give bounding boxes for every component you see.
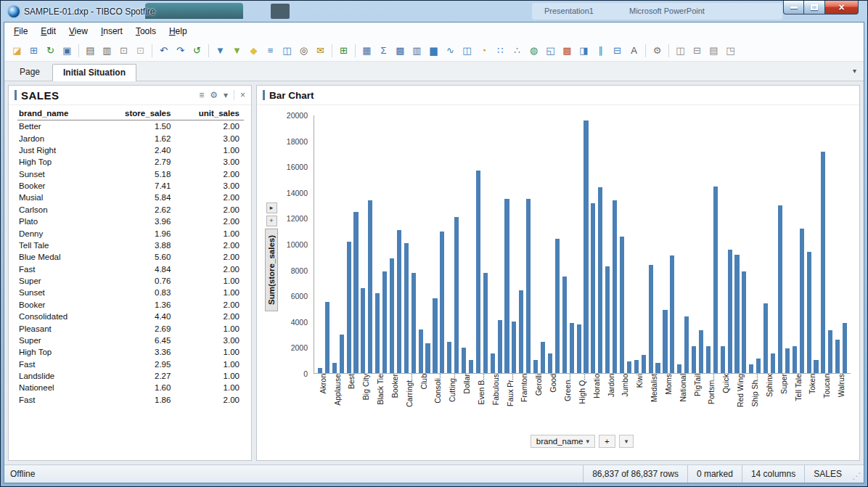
bar[interactable] [368, 200, 372, 373]
table-row[interactable]: High Top2.793.00 [17, 156, 244, 168]
new-scatter-plot-button[interactable]: ∷ [493, 43, 508, 58]
bar[interactable] [785, 348, 790, 373]
resize-grip[interactable]: ⋰ [851, 471, 864, 483]
menu-insert[interactable]: Insert [94, 23, 129, 39]
bar[interactable] [412, 273, 416, 373]
bar[interactable] [800, 229, 804, 373]
bar[interactable] [706, 346, 711, 373]
tab-page[interactable]: Page [9, 63, 51, 81]
table-row[interactable]: Fast4.842.00 [17, 263, 244, 275]
open-button[interactable]: ◪ [9, 43, 25, 58]
maximize-visualization-button[interactable]: ◳ [723, 43, 738, 58]
bar[interactable] [728, 250, 732, 373]
undo-button[interactable]: ↶ [156, 43, 171, 58]
bar[interactable] [512, 322, 516, 373]
bar[interactable] [382, 271, 387, 373]
table-row[interactable]: Landslide2.271.00 [17, 370, 244, 382]
bar[interactable] [454, 217, 459, 373]
menu-help[interactable]: Help [163, 23, 194, 39]
bar[interactable] [749, 364, 753, 373]
bar[interactable] [491, 353, 495, 373]
bar[interactable] [807, 252, 811, 373]
reload-data-button[interactable]: ↻ [43, 43, 58, 58]
bar[interactable] [476, 171, 480, 373]
bar[interactable] [627, 361, 631, 373]
table-row[interactable]: Super0.761.00 [17, 275, 244, 287]
bar[interactable] [699, 330, 703, 373]
lists-panel-button[interactable]: ≡ [263, 43, 278, 58]
bar[interactable] [605, 266, 610, 373]
bar[interactable] [332, 363, 337, 373]
bar[interactable] [340, 335, 344, 373]
new-graphical-table-button[interactable]: ▥ [409, 43, 425, 58]
y-axis-selector[interactable]: Sum(store_sales) [265, 229, 278, 311]
bar[interactable] [793, 346, 797, 373]
new-page-button[interactable]: ⊞ [336, 43, 351, 58]
column-header-store_sales[interactable]: store_sales [99, 107, 175, 120]
bar[interactable] [318, 368, 322, 373]
bar[interactable] [548, 353, 552, 373]
x-axis-add-button[interactable]: + [599, 435, 615, 448]
bar[interactable] [390, 258, 394, 373]
bar[interactable] [821, 152, 825, 373]
x-axis-dropdown-button[interactable]: ▾ [619, 435, 634, 448]
close-button[interactable]: × [824, 1, 859, 15]
bar[interactable] [577, 324, 581, 373]
copy-button[interactable]: ⊡ [116, 43, 131, 58]
new-combination-chart-button[interactable]: ◫ [459, 43, 475, 58]
bar[interactable] [555, 239, 560, 373]
bar[interactable] [562, 277, 567, 373]
bar[interactable] [642, 355, 646, 373]
bar[interactable] [462, 348, 466, 374]
table-row[interactable]: Pleasant2.691.00 [17, 322, 244, 334]
details-on-demand-button[interactable]: ◫ [279, 43, 295, 58]
duplicate-button[interactable]: ⊡ [133, 43, 148, 58]
bar[interactable] [828, 330, 832, 373]
bar[interactable] [541, 342, 545, 373]
save-button[interactable]: ▣ [60, 43, 75, 58]
bar[interactable] [649, 265, 653, 373]
new-summary-table-button[interactable]: Σ [376, 43, 391, 58]
bar[interactable] [504, 199, 509, 373]
table-row[interactable]: Fast1.862.00 [17, 394, 244, 406]
bar[interactable] [375, 293, 380, 373]
bar[interactable] [591, 203, 595, 373]
new-text-area-button[interactable]: A [626, 43, 642, 58]
new-heat-map-button[interactable]: ▩ [560, 43, 575, 58]
new-line-chart-button[interactable]: ∿ [443, 43, 458, 58]
find-button[interactable]: ◎ [296, 43, 311, 58]
bar[interactable] [425, 343, 430, 373]
new-kpi-chart-button[interactable]: ◨ [576, 43, 591, 58]
bar[interactable] [634, 360, 639, 373]
bar[interactable] [655, 363, 660, 373]
page-dropdown-icon[interactable]: ▾ [853, 67, 856, 75]
bar[interactable] [721, 346, 725, 373]
bar[interactable] [771, 353, 775, 373]
column-header-unit_sales[interactable]: unit_sales [175, 107, 244, 120]
new-cross-table-button[interactable]: ▩ [393, 43, 408, 58]
new-3d-scatter-plot-button[interactable]: ∴ [509, 43, 525, 58]
table-row[interactable]: Carlson2.622.00 [17, 204, 244, 216]
menu-edit[interactable]: Edit [34, 23, 62, 39]
close-icon[interactable]: × [240, 91, 245, 99]
bar[interactable] [835, 340, 840, 373]
add-data-table-button[interactable]: ⊞ [26, 43, 41, 58]
tags-panel-button[interactable]: ◆ [246, 43, 261, 58]
bar[interactable] [613, 200, 617, 373]
export-button[interactable]: ▥ [99, 43, 115, 58]
minimize-button[interactable] [783, 1, 804, 15]
menu-file[interactable]: File [7, 23, 34, 39]
column-header-brand_name[interactable]: brand_name [17, 107, 99, 120]
bar[interactable] [742, 271, 746, 373]
document-properties-button[interactable]: ⚙ [650, 43, 665, 58]
table-row[interactable]: High Top3.361.00 [17, 346, 244, 358]
table-row[interactable]: Super6.453.00 [17, 335, 244, 346]
table-row[interactable]: Fast2.951.00 [17, 359, 244, 370]
table-row[interactable]: Booker7.413.00 [17, 180, 244, 192]
new-table-button[interactable]: ▦ [359, 43, 374, 58]
bar[interactable] [598, 187, 602, 373]
bar[interactable] [763, 303, 768, 373]
bar[interactable] [533, 360, 538, 373]
y-axis-expand-button[interactable]: ▸ [266, 202, 277, 213]
filter-organize-button[interactable]: ▼ [229, 43, 245, 58]
